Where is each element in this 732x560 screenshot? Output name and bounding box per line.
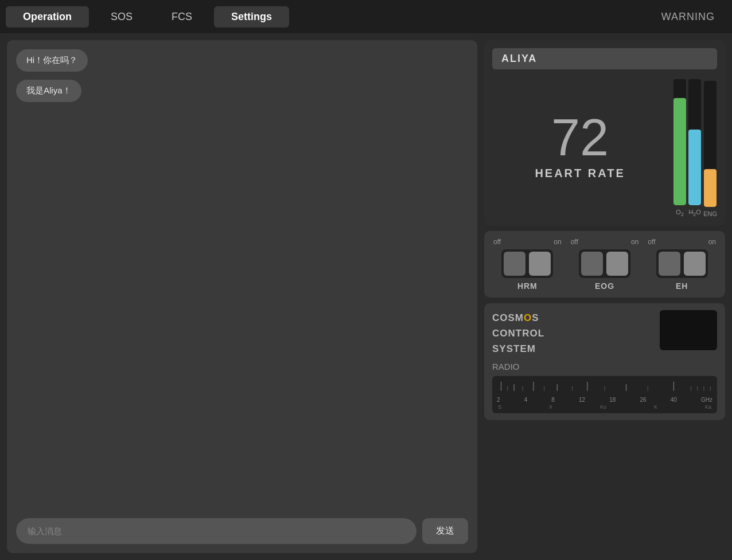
vitals-section: ALIYA 72 HEART RATE O2 bbox=[484, 40, 725, 225]
cosmos-section: COSMOS CONTROL SYSTEM RADIO bbox=[484, 303, 725, 420]
bar-h2o-label: H2O bbox=[688, 209, 701, 217]
freq-label-12: 12 bbox=[579, 397, 585, 403]
toggle-hrm-thumb-off bbox=[504, 252, 525, 276]
bar-o2-wrapper: O2 bbox=[673, 79, 686, 217]
toggle-eh-switch[interactable] bbox=[656, 249, 708, 278]
bar-eng-track bbox=[704, 81, 717, 207]
bar-eng-wrapper: ENG bbox=[703, 81, 717, 217]
bar-h2o-wrapper: H2O bbox=[688, 79, 701, 217]
toggle-eh-off-label: off bbox=[648, 238, 655, 246]
vitals-header: ALIYA bbox=[492, 48, 717, 69]
freq-band-s: S bbox=[498, 404, 501, 410]
bar-o2-label: O2 bbox=[676, 209, 684, 217]
toggle-eog-name: EOG bbox=[595, 281, 614, 291]
freq-ticks-svg bbox=[497, 379, 712, 395]
freq-label-18: 18 bbox=[609, 397, 616, 403]
bars-container: O2 H2O ENG bbox=[673, 74, 717, 217]
toggle-hrm: off on HRM bbox=[491, 238, 564, 291]
toggle-hrm-switch[interactable] bbox=[501, 249, 553, 278]
chat-bubble-0: Hi！你在吗？ bbox=[16, 49, 88, 72]
bar-h2o-track bbox=[688, 79, 701, 205]
toggle-eh-thumb-on bbox=[684, 252, 706, 276]
bar-h2o-fill bbox=[688, 130, 701, 205]
toggle-eog-on-label: on bbox=[631, 238, 638, 246]
bar-o2-track bbox=[673, 79, 686, 205]
chat-input[interactable] bbox=[16, 518, 416, 544]
chat-input-row: 发送 bbox=[16, 518, 468, 544]
toggle-hrm-off-label: off bbox=[493, 238, 501, 246]
toggles-row: off on HRM off on bbox=[491, 238, 718, 291]
freq-band-k: K bbox=[654, 404, 657, 410]
vitals-inner-row: 72 HEART RATE O2 bbox=[492, 74, 717, 217]
toggle-eog-off-label: off bbox=[571, 238, 578, 246]
freq-band-ku: Ku bbox=[600, 404, 606, 410]
bar-o2-fill bbox=[673, 98, 686, 205]
radio-label: RADIO bbox=[492, 362, 654, 371]
top-nav: Operation SOS FCS Settings WARNING bbox=[0, 0, 732, 33]
cosmos-screen bbox=[660, 310, 717, 350]
chat-bubble-1: 我是Aliya！ bbox=[16, 80, 81, 102]
toggle-eog-thumb-on bbox=[606, 252, 628, 276]
freq-label-40: 40 bbox=[671, 397, 677, 403]
chat-panel: Hi！你在吗？ 我是Aliya！ 发送 bbox=[7, 40, 477, 553]
heart-rate-display: 72 HEART RATE bbox=[492, 74, 668, 217]
bar-eng-label: ENG bbox=[703, 210, 717, 217]
warning-label: WARNING bbox=[650, 6, 726, 28]
frequency-scale: 2 4 8 12 18 26 40 GHz S X Ku K Ka bbox=[492, 376, 717, 413]
bar-eng-fill bbox=[704, 169, 717, 207]
heart-rate-label: HEART RATE bbox=[535, 167, 625, 180]
freq-band-x: X bbox=[549, 404, 552, 410]
toggle-eh-on-label: on bbox=[708, 238, 716, 246]
heart-rate-number: 72 bbox=[551, 112, 609, 163]
toggles-section: off on HRM off on bbox=[484, 231, 725, 297]
freq-label-2: 2 bbox=[497, 397, 500, 403]
tab-operation[interactable]: Operation bbox=[6, 6, 89, 28]
freq-label-8: 8 bbox=[551, 397, 555, 403]
cosmos-text-block: COSMOS CONTROL SYSTEM RADIO bbox=[492, 310, 654, 371]
toggle-hrm-on-label: on bbox=[554, 238, 561, 246]
toggle-eog: off on EOG bbox=[569, 238, 641, 291]
tab-sos[interactable]: SOS bbox=[94, 6, 150, 28]
freq-tick-container bbox=[497, 379, 712, 395]
cosmos-title: COSMOS CONTROL SYSTEM bbox=[492, 310, 654, 357]
freq-label-4: 4 bbox=[524, 397, 528, 403]
freq-labels: 2 4 8 12 18 26 40 GHz bbox=[497, 397, 712, 403]
right-panel: ALIYA 72 HEART RATE O2 bbox=[484, 40, 725, 553]
cosmos-main-row: COSMOS CONTROL SYSTEM RADIO bbox=[492, 310, 717, 371]
freq-subtext: S X Ku K Ka bbox=[497, 404, 712, 410]
main-layout: Hi！你在吗？ 我是Aliya！ 发送 ALIYA 72 HEART RATE bbox=[0, 33, 732, 560]
cosmos-highlight-o: O bbox=[524, 312, 532, 323]
toggle-eh-labels: off on bbox=[645, 238, 718, 246]
freq-unit: GHz bbox=[701, 397, 712, 403]
tab-fcs[interactable]: FCS bbox=[154, 6, 209, 28]
chat-messages: Hi！你在吗？ 我是Aliya！ bbox=[16, 49, 468, 511]
toggle-eog-labels: off on bbox=[569, 238, 641, 246]
toggle-hrm-name: HRM bbox=[517, 281, 538, 291]
toggle-hrm-thumb-on bbox=[529, 252, 551, 276]
freq-label-26: 26 bbox=[640, 397, 646, 403]
toggle-eh: off on EH bbox=[645, 238, 718, 291]
toggle-eh-thumb-off bbox=[659, 252, 680, 276]
freq-band-ka: Ka bbox=[705, 404, 711, 410]
toggle-eog-thumb-off bbox=[581, 252, 603, 276]
toggle-hrm-labels: off on bbox=[491, 238, 564, 246]
vitals-name: ALIYA bbox=[492, 48, 717, 69]
toggle-eog-switch[interactable] bbox=[579, 249, 630, 278]
tab-settings[interactable]: Settings bbox=[214, 6, 289, 28]
toggle-eh-name: EH bbox=[676, 281, 688, 291]
send-button[interactable]: 发送 bbox=[422, 518, 468, 544]
